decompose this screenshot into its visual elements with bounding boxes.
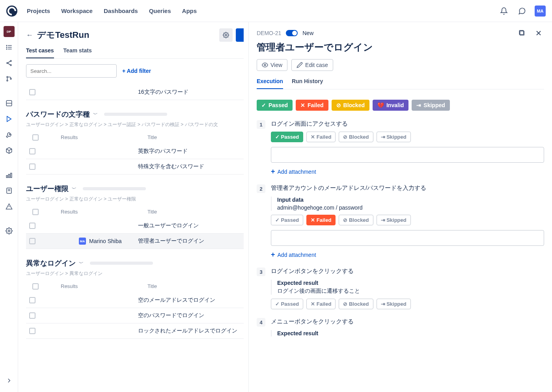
breadcrumb: ユーザーログイン > 正常なログイン > ユーザー認証 > パスワードの検証 >… — [26, 121, 244, 128]
step-passed-button[interactable]: ✓ Passed — [271, 132, 303, 142]
issue-id[interactable]: DEMO-21 — [257, 30, 281, 36]
table-row[interactable]: ロックされたメールアドレスでログイン — [26, 323, 244, 339]
step: 4メニューボタンをクリックするExpected result — [257, 318, 544, 338]
add-attachment-button[interactable]: + Add attachment — [271, 167, 544, 176]
sidebar-play-icon[interactable] — [4, 113, 15, 124]
detail-title: 管理者ユーザーでログイン — [257, 41, 544, 54]
group-header[interactable]: パスワードの文字種﹀ — [26, 110, 244, 119]
topnav: ProjectsWorkspaceDashboardsQueriesApps — [27, 7, 197, 14]
chat-icon[interactable] — [517, 6, 528, 17]
topnav-dashboards[interactable]: Dashboards — [104, 7, 138, 14]
tab-team-stats[interactable]: Team stats — [63, 47, 92, 58]
step-title: ログインボタンをクリックする — [271, 268, 544, 275]
status-passed-button[interactable]: ✓ Passed — [257, 100, 293, 111]
close-icon[interactable] — [533, 28, 544, 39]
table-row[interactable]: 空のメールアドレスでログイン — [26, 293, 244, 308]
status-skipped-button[interactable]: ⇥ Skipped — [412, 100, 449, 111]
maximize-icon[interactable] — [517, 28, 528, 39]
status-toggle[interactable] — [286, 30, 298, 36]
svg-point-6 — [10, 60, 11, 61]
step-comment-input[interactable] — [271, 147, 544, 163]
checkbox[interactable] — [32, 134, 39, 141]
step-skipped-button[interactable]: ⇥ Skipped — [377, 215, 411, 225]
step-passed-button[interactable]: ✓ Passed — [271, 215, 303, 225]
table-row[interactable]: 16文字のパスワード — [26, 85, 244, 100]
step-comment-input[interactable] — [271, 230, 544, 246]
sidebar-warn-icon[interactable] — [4, 201, 15, 212]
table-row[interactable]: 英数字のパスワード — [26, 144, 244, 159]
checkbox[interactable] — [29, 163, 35, 170]
sidebar-git-icon[interactable] — [4, 73, 15, 84]
status-invalid-button[interactable]: 💔 Invalid — [373, 100, 408, 111]
checkbox[interactable] — [29, 223, 35, 229]
checkbox[interactable] — [29, 89, 35, 95]
svg-rect-18 — [8, 175, 9, 178]
overall-status-row: ✓ Passed ✕ Failed ⊘ Blocked 💔 Invalid ⇥ … — [257, 100, 544, 111]
step-passed-button[interactable]: ✓ Passed — [271, 299, 303, 309]
checkbox[interactable] — [32, 209, 39, 215]
back-arrow-icon[interactable]: ← — [26, 31, 33, 39]
detail-tab-execution[interactable]: Execution — [257, 78, 283, 89]
search-input[interactable] — [26, 64, 117, 78]
svg-point-8 — [10, 65, 11, 66]
sidebar-box-icon[interactable] — [4, 145, 15, 156]
group-header[interactable]: ユーザー権限﹀ — [26, 184, 244, 193]
step-number: 4 — [257, 318, 265, 327]
step-failed-button[interactable]: ✕ Failed — [306, 215, 336, 225]
view-button[interactable]: View — [257, 59, 287, 71]
sidebar-wrench-icon[interactable] — [4, 129, 15, 140]
logo[interactable] — [6, 6, 17, 17]
sidebar-bar-icon[interactable] — [4, 169, 15, 180]
step-skipped-button[interactable]: ⇥ Skipped — [377, 299, 411, 309]
step-failed-button[interactable]: ✕ Failed — [306, 299, 336, 309]
checkbox[interactable] — [32, 283, 39, 290]
svg-point-25 — [225, 34, 227, 36]
svg-point-3 — [6, 45, 7, 46]
settings-button[interactable] — [219, 28, 233, 42]
topnav-projects[interactable]: Projects — [27, 7, 50, 14]
topnav-queries[interactable]: Queries — [149, 7, 171, 14]
step-blocked-button[interactable]: ⊘ Blocked — [339, 299, 373, 309]
sidebar-expand-icon[interactable] — [4, 377, 15, 388]
status-failed-button[interactable]: ✕ Failed — [296, 100, 328, 111]
checkbox[interactable] — [29, 297, 35, 303]
add-filter-button[interactable]: + Add filter — [122, 68, 151, 74]
tab-test-cases[interactable]: Test cases — [26, 47, 54, 58]
table-row[interactable]: 空のパスワードでログイン — [26, 308, 244, 323]
svg-point-5 — [6, 49, 7, 50]
group-header[interactable]: 異常なログイン﹀ — [26, 258, 244, 268]
svg-rect-17 — [6, 176, 7, 178]
topnav-apps[interactable]: Apps — [182, 7, 197, 14]
sidebar-doc-icon[interactable] — [4, 185, 15, 196]
bell-icon[interactable] — [498, 6, 509, 17]
page-title: デモTestRun — [37, 29, 89, 41]
sidebar-grid-icon[interactable] — [4, 98, 15, 109]
sidebar-list-icon[interactable] — [4, 42, 15, 53]
step-title: メニューボタンをクリックする — [271, 318, 544, 325]
checkbox[interactable] — [29, 328, 35, 334]
primary-button-edge[interactable] — [236, 28, 244, 42]
edit-button[interactable]: Edit case — [291, 59, 333, 71]
add-attachment-button[interactable]: + Add attachment — [271, 251, 544, 259]
step-number: 2 — [257, 184, 265, 193]
detail-tab-run-history[interactable]: Run History — [292, 78, 323, 89]
step-failed-button[interactable]: ✕ Failed — [306, 132, 336, 142]
checkbox[interactable] — [29, 148, 35, 154]
step-skipped-button[interactable]: ⇥ Skipped — [377, 132, 411, 142]
svg-point-7 — [7, 63, 8, 64]
step-blocked-button[interactable]: ⊘ Blocked — [339, 132, 373, 142]
checkbox[interactable] — [29, 238, 35, 244]
table-row[interactable]: 特殊文字を含むパスワード — [26, 159, 244, 175]
status-blocked-button[interactable]: ⊘ Blocked — [332, 100, 369, 111]
table-row[interactable]: MAMarino Shiba管理者ユーザーでログイン — [26, 234, 244, 249]
checkbox[interactable] — [29, 312, 35, 319]
step: 2管理者アカウントのメールアドレス/パスワードを入力するInput dataad… — [257, 184, 544, 259]
topnav-workspace[interactable]: Workspace — [61, 7, 93, 14]
avatar[interactable]: MA — [535, 6, 546, 17]
sidebar-project-icon[interactable]: DP — [4, 26, 15, 37]
sidebar-gear-icon[interactable] — [4, 225, 15, 236]
sidebar-share-icon[interactable] — [4, 58, 15, 69]
table-row[interactable]: 一般ユーザーでログイン — [26, 218, 244, 234]
case-title: 16文字のパスワード — [138, 89, 188, 96]
step-blocked-button[interactable]: ⊘ Blocked — [339, 215, 373, 225]
